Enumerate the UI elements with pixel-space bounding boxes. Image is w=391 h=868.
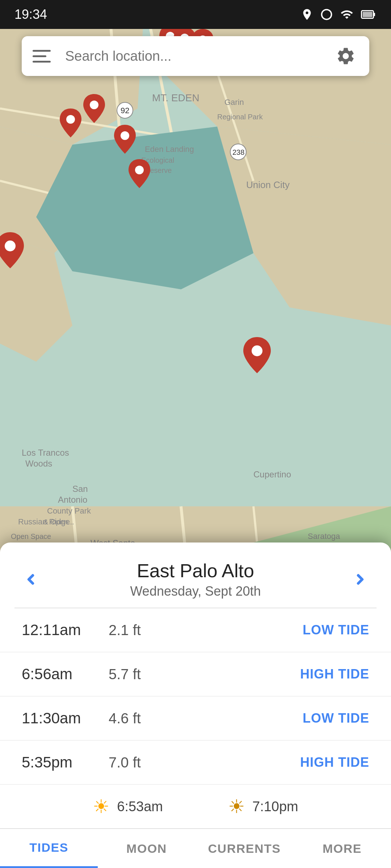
tide-row: 6:56am 5.7 ft HIGH TIDE — [0, 652, 391, 697]
svg-point-54 — [252, 345, 262, 356]
tab-tides[interactable]: TIDES — [0, 829, 98, 868]
tide-height: 5.7 ft — [109, 666, 300, 682]
svg-text:Los Trancos: Los Trancos — [22, 448, 69, 458]
tide-row: 5:35pm 7.0 ft HIGH TIDE — [0, 741, 391, 785]
svg-text:& Open...: & Open... — [43, 518, 74, 526]
location-info: East Palo Alto Wednesday, Sept 20th — [43, 560, 348, 599]
svg-text:Eden Landing: Eden Landing — [145, 145, 194, 154]
svg-rect-63 — [374, 13, 375, 16]
tide-time: 12:11am — [22, 621, 109, 639]
prev-arrow[interactable] — [18, 567, 43, 592]
tide-time: 5:35pm — [22, 754, 109, 771]
tide-height: 4.6 ft — [109, 710, 303, 727]
svg-point-47 — [66, 115, 75, 124]
tide-time: 11:30am — [22, 710, 109, 727]
sunset-item: ☀ 7:10pm — [228, 796, 298, 817]
sunrise-item: ☀ 6:53am — [93, 796, 163, 817]
tab-more[interactable]: MORE — [293, 829, 391, 868]
tab-moon[interactable]: MOON — [98, 829, 196, 868]
tide-row: 12:11am 2.1 ft LOW TIDE — [0, 608, 391, 652]
svg-text:Saratoga: Saratoga — [308, 532, 340, 541]
tide-label: LOW TIDE — [303, 622, 369, 638]
sunrise-icon: ☀ — [93, 796, 110, 817]
svg-point-53 — [5, 241, 16, 251]
svg-point-61 — [322, 10, 332, 20]
search-input[interactable] — [65, 48, 322, 64]
sunset-icon: ☀ — [228, 796, 245, 817]
svg-rect-64 — [363, 12, 373, 17]
tide-height: 2.1 ft — [109, 622, 303, 638]
svg-point-50 — [135, 166, 144, 174]
location-icon — [300, 8, 314, 21]
svg-text:Cupertino: Cupertino — [253, 469, 291, 479]
tide-time: 6:56am — [22, 665, 109, 683]
sun-times: ☀ 6:53am ☀ 7:10pm — [0, 785, 391, 828]
svg-text:92: 92 — [121, 106, 129, 115]
status-time: 19:34 — [14, 7, 47, 22]
tide-height: 7.0 ft — [109, 754, 300, 771]
battery-icon — [361, 8, 377, 21]
location-date: Wednesday, Sept 20th — [43, 584, 348, 599]
svg-point-48 — [90, 101, 98, 109]
svg-text:Regional Park: Regional Park — [217, 113, 263, 121]
svg-text:Antonio: Antonio — [58, 495, 87, 505]
sunrise-time: 6:53am — [117, 799, 163, 814]
svg-text:238: 238 — [232, 148, 244, 156]
svg-text:MT. EDEN: MT. EDEN — [152, 92, 199, 103]
next-arrow[interactable] — [348, 567, 373, 592]
search-bar — [22, 36, 369, 76]
settings-button[interactable] — [333, 43, 358, 69]
sunset-time: 7:10pm — [252, 799, 298, 814]
tide-label: LOW TIDE — [303, 711, 369, 726]
bottom-tabs: TIDESMOONCURRENTSMORE — [0, 828, 391, 868]
status-icons — [300, 8, 377, 21]
svg-text:San: San — [72, 484, 88, 494]
svg-text:Garin: Garin — [224, 98, 244, 107]
menu-button[interactable] — [33, 45, 54, 67]
wifi-icon — [340, 8, 354, 21]
svg-text:County Park: County Park — [47, 506, 91, 515]
svg-point-49 — [121, 131, 129, 140]
settings-icon — [336, 46, 356, 66]
location-name: East Palo Alto — [43, 560, 348, 582]
location-header: East Palo Alto Wednesday, Sept 20th — [0, 542, 391, 608]
tab-currents[interactable]: CURRENTS — [196, 829, 293, 868]
svg-text:Union City: Union City — [246, 179, 290, 190]
circle-icon — [320, 8, 333, 21]
tide-row: 11:30am 4.6 ft LOW TIDE — [0, 697, 391, 741]
tide-label: HIGH TIDE — [300, 755, 369, 770]
tide-list: 12:11am 2.1 ft LOW TIDE 6:56am 5.7 ft HI… — [0, 608, 391, 785]
svg-text:Woods: Woods — [25, 459, 52, 468]
status-bar: 19:34 — [0, 0, 391, 29]
bottom-panel: East Palo Alto Wednesday, Sept 20th 12:1… — [0, 542, 391, 868]
tide-label: HIGH TIDE — [300, 667, 369, 682]
svg-text:Open Space: Open Space — [11, 532, 51, 540]
